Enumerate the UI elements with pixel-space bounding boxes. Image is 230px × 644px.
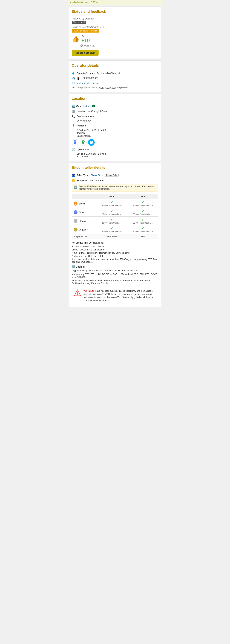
buy-cell: ✔ 20.00% from Coinbase xyxy=(96,199,127,208)
clock-icon: 🕐 xyxy=(72,148,75,151)
table-row: Ξ Ether xyxy=(72,208,96,217)
fee-warning-box: ℹ️ Fees for ATM/Teller are defined by op… xyxy=(72,184,158,192)
coin-icon-eth: Ξ xyxy=(74,210,78,214)
detail-item: Enter the Medical center, walk into the … xyxy=(72,279,158,284)
operator-phone-row: ✈️ 📱 +966503009600 xyxy=(72,76,158,80)
sell-check: ✔ xyxy=(129,218,156,222)
details-title-text: Details: xyxy=(76,265,85,268)
buy-check: ✔ xyxy=(98,218,125,222)
show-votes-link[interactable]: 💬 Show votes xyxy=(80,44,158,47)
sell-cell: ✔ 20.00% from Coinbase xyxy=(127,225,158,234)
sell-fee: 20.00% from Coinbase xyxy=(129,213,156,215)
location-value: Al-Ghalayini Center xyxy=(88,110,108,112)
open-hours-label: Open hours: xyxy=(76,148,90,151)
address-line3: Saudi Arabia xyxy=(76,134,158,137)
coin-icon-btc: ₿ xyxy=(74,202,78,206)
limit-item: A maximum of 1BTC per customer per day B… xyxy=(72,252,158,254)
teller-type-label: Teller Type: xyxy=(76,174,89,176)
info-circle-icon: ℹ️ xyxy=(72,265,75,268)
coin-name: Litecoin xyxy=(78,220,86,222)
svg-point-1 xyxy=(82,141,84,142)
show-votes-label: Show votes xyxy=(84,44,95,47)
operator-name-label: Operator's name: xyxy=(76,72,96,74)
services-link[interactable]: the list of services xyxy=(98,86,116,89)
map-icons-row xyxy=(72,139,158,146)
address-row: 📍 Address: xyxy=(72,124,158,127)
operator-title: Operator details xyxy=(72,64,158,69)
show-number-link[interactable]: Show number → xyxy=(76,120,94,122)
sell-fee: 20.00% from Coinbase xyxy=(129,230,156,232)
building-icon: 🏢 xyxy=(72,109,75,113)
sell-cell: ✔ 20.00% from Coinbase xyxy=(127,208,158,217)
sell-check: ✔ xyxy=(129,200,156,204)
user-feedback-label: Based on user feedback (FAQ): xyxy=(72,26,158,28)
not-reported-badge: Not reported xyxy=(72,21,86,24)
phone-icon: 📞 xyxy=(72,114,75,118)
coin-name: Ether xyxy=(78,211,84,214)
details-list: Cryptocurrency teller is located at Al-G… xyxy=(72,269,158,284)
fiat-label-cell: Supported fiat: xyxy=(72,234,96,239)
buy-check: ✔ xyxy=(98,200,125,204)
google-maps-icon[interactable] xyxy=(72,139,78,146)
score-row: 👍 Score +10 xyxy=(72,35,158,43)
limits-section: 👁️ Limits and verifications: $0 - 5000 n… xyxy=(72,241,158,263)
eye-icon: 👁️ xyxy=(72,241,75,244)
limits-list: $0 - 5000 no verification needed.$5000 -… xyxy=(72,245,158,263)
score-value: +10 xyxy=(82,38,90,43)
reported-by-label: Reported by provider: xyxy=(72,17,158,20)
info-icon: ℹ️ xyxy=(74,185,77,189)
limit-item: $5000 - 10000 SMS verification. xyxy=(72,248,158,251)
city-link[interactable]: Jeddah xyxy=(83,105,91,108)
bitcoin-teller-badge: Bitcoin Teller xyxy=(105,174,119,177)
table-row: D Dogecoin xyxy=(72,225,96,234)
buy-fee: 20.00% from Coinbase xyxy=(98,204,125,206)
buy-fee: 20.00% from Coinbase xyxy=(98,213,125,215)
limits-title-text: Limits and verifications: xyxy=(76,241,104,244)
city-row: 🏙️ City: Jeddah 🇸🇦 xyxy=(72,104,158,108)
buy-cell: ✔ 20.00% from Coinbase xyxy=(96,217,127,225)
limits-title: 👁️ Limits and verifications: xyxy=(72,241,158,244)
fiat-buy-cell: SAR, USD xyxy=(96,234,127,239)
teller-type-link[interactable]: Bitcoin Teller xyxy=(90,174,104,176)
address-line2: Jeddah xyxy=(76,132,158,134)
table-header-sell: Sell xyxy=(127,194,158,199)
address-label: Address: xyxy=(76,124,86,127)
score-block: Score +10 xyxy=(82,35,90,43)
buy-check: ✔ xyxy=(98,226,125,230)
details-section: ℹ️ Details: Cryptocurrency teller is loc… xyxy=(72,265,158,284)
limit-item: A Minimum Buy/Sell (limit) 500sr. xyxy=(72,255,158,257)
operator-section: Operator details 🧳 Operator's name: Dr. … xyxy=(69,60,161,92)
fee-warning-text: Fees for ATM/Teller are defined by opera… xyxy=(78,185,156,190)
status-title: Status and feedback xyxy=(72,10,158,15)
address-icon: 📍 xyxy=(72,124,75,127)
coin-icon-doge: D xyxy=(74,228,78,232)
hours-line1: Sat-Thu: 11:00 am – 2:00 pm xyxy=(76,152,158,155)
sell-check: ✔ xyxy=(129,209,156,213)
saudi-flag: 🇸🇦 xyxy=(92,105,95,108)
waze-icon[interactable] xyxy=(88,139,95,146)
operator-name-row: 🧳 Operator's name: Dr. Ahmed AlGhalayini xyxy=(72,71,158,75)
detail-item: Cryptocurrency teller is located at Al-G… xyxy=(72,269,158,272)
google-maps-alt-icon[interactable] xyxy=(80,139,86,146)
warning-bold: WARNING! xyxy=(84,290,94,292)
sell-check: ✔ xyxy=(129,226,156,230)
city-icon: 🏙️ xyxy=(72,104,75,108)
warning-triangle-icon: ! xyxy=(74,289,81,296)
buy-cell: ✔ 20.00% from Coinbase xyxy=(96,208,127,217)
address-block: P.Sultan Street 7612 unit 8 Jeddah Saudi… xyxy=(76,129,158,137)
operator-email-link[interactable]: ghalamini@gmail.com xyxy=(76,82,99,84)
buy-fee: 20.00% from Coinbase xyxy=(98,222,125,224)
installed-banner: Installed on October 17, 2018 xyxy=(67,0,163,5)
limit-item: If you are outside of Jeddah (amount les… xyxy=(72,258,158,263)
sell-cell: ✔ 20.00% from Coinbase xyxy=(127,199,158,208)
operator-phone[interactable]: +966503009600 xyxy=(82,77,98,80)
operator-question: Are you operator? Check the list of serv… xyxy=(72,86,158,89)
detail-item: You can buy BTC, ETH, LTC, DOGE for SAR,… xyxy=(72,273,158,278)
telegram-icon: ✈️ xyxy=(72,76,75,80)
teller-section: Bitcoin teller details 🏧 Teller Type: Bi… xyxy=(69,162,161,308)
phone-label: Business phone: xyxy=(76,115,95,118)
table-header-buy: Buy xyxy=(96,194,127,199)
report-problem-button[interactable]: Report a problem xyxy=(72,50,98,56)
teller-type-icon: 🏧 xyxy=(72,173,75,177)
speech-icon: 💬 xyxy=(80,44,83,47)
